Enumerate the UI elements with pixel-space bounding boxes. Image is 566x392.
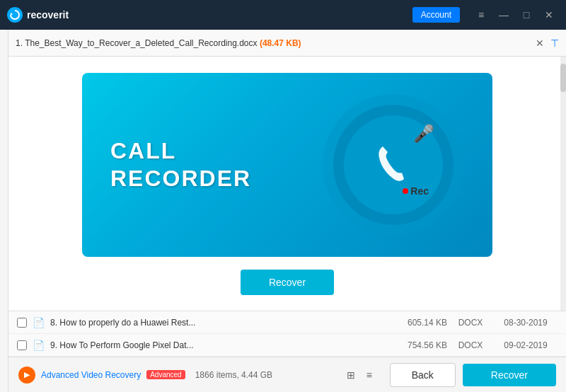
- bottom-bar: ▶ Advanced Video Recovery Advanced 1866 …: [8, 357, 566, 392]
- close-preview-button[interactable]: ✕: [533, 37, 546, 50]
- view-icons: ⊞ ≡: [343, 367, 377, 383]
- rec-dot: [403, 188, 408, 194]
- phone-icon: [365, 137, 422, 193]
- file-size-9: 754.56 KB: [391, 340, 447, 350]
- word-icon-8: 📄: [33, 317, 45, 328]
- preview-area: CALL RECORDER 🎤: [8, 57, 566, 311]
- phone-icon-wrap: 🎤 Rec: [365, 137, 422, 193]
- circle-mid: 🎤 Rec: [333, 105, 454, 225]
- banner-text: CALL RECORDER: [110, 137, 251, 192]
- scrollbar-thumb: [560, 64, 566, 92]
- recover-button[interactable]: Recover: [463, 364, 556, 386]
- restore-button[interactable]: □: [516, 6, 536, 23]
- hamburger-button[interactable]: ≡: [471, 6, 491, 23]
- app-logo: recoverit: [7, 7, 69, 23]
- back-button[interactable]: Back: [390, 363, 456, 387]
- recover-preview-button[interactable]: Recover: [241, 270, 334, 295]
- table-row: 📄 9. How To Perform Google Pixel Dat... …: [8, 334, 566, 357]
- preview-scrollbar[interactable]: [560, 57, 566, 311]
- sidebar: [0, 30, 8, 392]
- advanced-video-label[interactable]: Advanced Video Recovery: [41, 370, 141, 380]
- file-list: 📄 8. How to properly do a Huawei Rest...…: [8, 311, 566, 357]
- close-button[interactable]: ✕: [539, 6, 559, 23]
- logo-text: recoverit: [27, 9, 69, 21]
- file-date-8: 08-30-2019: [494, 318, 558, 328]
- logo-icon: [7, 7, 23, 23]
- grid-view-button[interactable]: ⊞: [343, 367, 359, 383]
- advanced-video-icon: ▶: [18, 367, 35, 384]
- word-icon-9: 📄: [33, 340, 45, 351]
- minimize-button[interactable]: —: [494, 6, 514, 23]
- table-row: 📄 8. How to properly do a Huawei Rest...…: [8, 311, 566, 334]
- account-button[interactable]: Account: [412, 7, 460, 23]
- search-bar: 1. The_Best_Way_to_Recover_a_Deleted_Cal…: [8, 30, 566, 57]
- file-checkbox-9[interactable]: [17, 340, 27, 350]
- item-count: 1866 items, 4.44 GB: [195, 370, 272, 380]
- filter-icon[interactable]: ⊤: [550, 38, 559, 49]
- advanced-video-section: ▶ Advanced Video Recovery Advanced: [18, 367, 185, 384]
- content-area: 1. The_Best_Way_to_Recover_a_Deleted_Cal…: [8, 30, 566, 392]
- window-controls: ≡ — □ ✕: [471, 6, 559, 23]
- file-size: (48.47 KB): [260, 38, 301, 48]
- mic-icon: 🎤: [413, 124, 434, 144]
- file-type-8: DOCX: [453, 318, 488, 328]
- file-type-9: DOCX: [453, 340, 488, 350]
- file-size-8: 605.14 KB: [391, 318, 447, 328]
- file-checkbox-8[interactable]: [17, 318, 27, 328]
- advanced-badge: Advanced: [146, 370, 185, 379]
- svg-marker-0: [11, 13, 13, 16]
- file-name-9: 9. How To Perform Google Pixel Dat...: [50, 340, 385, 350]
- rec-badge: Rec: [403, 185, 429, 197]
- circle-outer: 🎤 Rec: [323, 94, 464, 236]
- list-view-button[interactable]: ≡: [362, 367, 377, 383]
- file-path: 1. The_Best_Way_to_Recover_a_Deleted_Cal…: [16, 38, 529, 48]
- file-name-8: 8. How to properly do a Huawei Rest...: [50, 318, 385, 328]
- circle-inner: 🎤 Rec: [344, 115, 443, 214]
- call-recorder-banner: CALL RECORDER 🎤: [82, 73, 492, 257]
- title-bar: recoverit Account ≡ — □ ✕: [0, 0, 566, 30]
- main-content: 1. The_Best_Way_to_Recover_a_Deleted_Cal…: [0, 30, 566, 392]
- file-date-9: 09-02-2019: [494, 340, 558, 350]
